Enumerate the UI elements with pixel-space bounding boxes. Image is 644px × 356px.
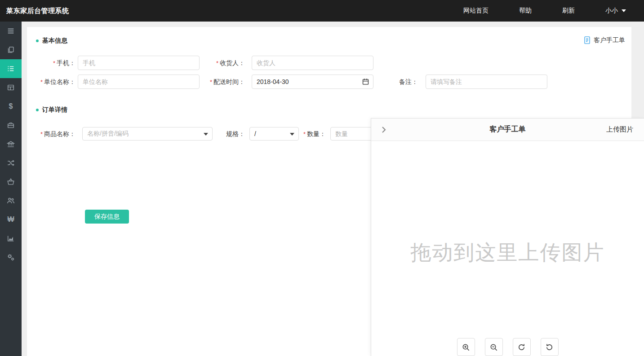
table-icon xyxy=(7,84,15,92)
panel-header: 客户手工单 上传图片 xyxy=(371,119,644,141)
consignee-label-text: 收货人： xyxy=(220,59,245,66)
rotate-right-button[interactable] xyxy=(513,338,531,356)
product-select-placeholder: 名称/拼音/编码 xyxy=(87,130,129,138)
sidebar-item-chart[interactable] xyxy=(0,229,22,248)
sidebar-item-shuffle[interactable] xyxy=(0,154,22,172)
chevron-down-icon xyxy=(290,133,294,136)
product-select[interactable]: 名称/拼音/编码 xyxy=(82,127,213,141)
list-icon xyxy=(7,65,15,73)
product-name-label: *商品名称： xyxy=(27,127,76,141)
app-title: 菜东家后台管理系统 xyxy=(0,7,69,15)
section-basic-info: 基本信息 xyxy=(36,37,67,45)
required-mark: * xyxy=(40,79,43,85)
spec-select-value: / xyxy=(254,130,256,137)
upload-image-link[interactable]: 上传图片 xyxy=(606,125,633,134)
gears-icon xyxy=(7,253,15,261)
rotate-left-button[interactable] xyxy=(541,338,559,356)
section-order-details: 订单详情 xyxy=(36,106,67,114)
remark-input[interactable] xyxy=(426,75,547,89)
chevron-down-icon xyxy=(204,133,208,136)
delivery-date-input[interactable] xyxy=(252,75,373,89)
top-navbar: 菜东家后台管理系统 网站首页 帮助 刷新 小小 xyxy=(0,0,644,22)
sidebar-item-basket[interactable] xyxy=(0,172,22,191)
spec-label: 规格： xyxy=(220,127,245,141)
zoom-out-button[interactable] xyxy=(485,338,503,356)
sidebar-item-business[interactable] xyxy=(0,116,22,135)
briefcase-icon xyxy=(7,121,15,129)
zoom-in-icon xyxy=(462,343,470,352)
dollar-icon: $ xyxy=(9,102,13,110)
phone-input[interactable] xyxy=(78,56,200,70)
company-input[interactable] xyxy=(78,75,200,89)
delivery-date-label: *配送时间： xyxy=(198,75,245,89)
section-order-details-title: 订单详情 xyxy=(42,106,67,114)
product-name-label-text: 商品名称： xyxy=(44,130,76,137)
user-name: 小小 xyxy=(605,7,618,15)
bank-icon xyxy=(7,140,15,148)
chart-icon xyxy=(7,234,15,242)
sidebar-item-orders[interactable] xyxy=(0,59,22,78)
manual-order-link[interactable]: 客户手工单 xyxy=(583,36,625,44)
nav-home-link[interactable]: 网站首页 xyxy=(448,0,504,22)
company-label: *单位名称： xyxy=(27,75,76,89)
spec-select[interactable]: / xyxy=(249,127,299,141)
zoom-out-icon xyxy=(489,343,498,352)
sidebar-item-table[interactable] xyxy=(0,78,22,97)
image-dropzone[interactable]: 拖动到这里上传图片 xyxy=(371,239,644,267)
sidebar-item-bank[interactable] xyxy=(0,135,22,154)
save-button[interactable]: 保存信息 xyxy=(85,210,129,224)
required-mark: * xyxy=(53,60,55,66)
consignee-label: *收货人： xyxy=(198,56,245,70)
sidebar-item-documents[interactable] xyxy=(0,40,22,59)
won-icon: ₩ xyxy=(7,215,14,224)
remark-label-text: 备注： xyxy=(399,78,418,85)
delivery-date-label-text: 配送时间： xyxy=(213,78,245,85)
manual-order-panel: 客户手工单 上传图片 拖动到这里上传图片 xyxy=(371,118,644,356)
sidebar-item-settings[interactable] xyxy=(0,248,22,267)
panel-controls xyxy=(371,338,644,356)
menu-icon xyxy=(7,27,15,35)
remark-label: 备注： xyxy=(382,75,418,89)
required-mark: * xyxy=(216,60,218,66)
sidebar-item-won[interactable]: ₩ xyxy=(0,210,22,229)
panel-title: 客户手工单 xyxy=(371,125,644,134)
required-mark: * xyxy=(210,79,212,85)
users-icon xyxy=(7,197,15,205)
shuffle-icon xyxy=(7,159,15,167)
documents-icon xyxy=(7,46,15,54)
required-mark: * xyxy=(303,131,306,137)
section-bullet-icon xyxy=(36,40,39,42)
phone-label: *手机： xyxy=(27,56,76,70)
document-icon xyxy=(583,36,591,44)
sidebar-item-finance[interactable]: $ xyxy=(0,97,22,116)
zoom-in-button[interactable] xyxy=(457,338,475,356)
phone-label-text: 手机： xyxy=(57,59,76,66)
quantity-label-text: 数量： xyxy=(307,130,326,137)
basket-icon xyxy=(7,178,15,186)
rotate-right-icon xyxy=(517,343,526,352)
sidebar-item-users[interactable] xyxy=(0,191,22,210)
required-mark: * xyxy=(40,131,43,137)
chevron-down-icon xyxy=(622,9,626,12)
section-basic-info-title: 基本信息 xyxy=(42,37,67,45)
sidebar: $ ₩ xyxy=(0,22,22,356)
sidebar-item-menu[interactable] xyxy=(0,22,22,40)
rotate-left-icon xyxy=(545,343,554,352)
user-menu[interactable]: 小小 xyxy=(590,0,644,22)
navbar-links: 网站首页 帮助 刷新 小小 xyxy=(448,0,644,22)
company-label-text: 单位名称： xyxy=(44,78,76,85)
consignee-input[interactable] xyxy=(252,56,373,70)
quantity-label: *数量： xyxy=(302,127,326,141)
nav-help-link[interactable]: 帮助 xyxy=(504,0,547,22)
nav-refresh-link[interactable]: 刷新 xyxy=(547,0,590,22)
spec-label-text: 规格： xyxy=(226,130,245,137)
panel-body: 拖动到这里上传图片 xyxy=(371,141,644,356)
delivery-date-field xyxy=(252,75,373,89)
section-bullet-icon xyxy=(36,109,39,111)
manual-order-link-text: 客户手工单 xyxy=(594,36,625,44)
